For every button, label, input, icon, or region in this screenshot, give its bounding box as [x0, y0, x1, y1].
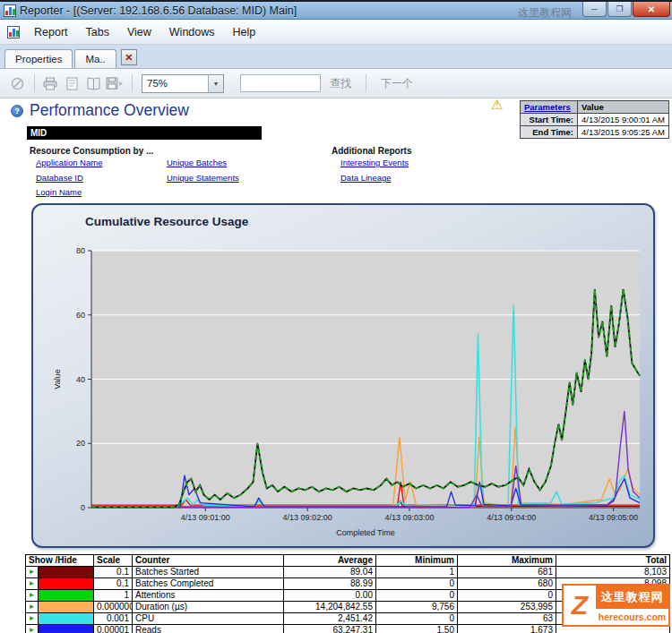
- column-header-minimum: Minimum: [376, 555, 458, 567]
- chevron-down-icon[interactable]: ▼: [208, 75, 223, 92]
- document-icon[interactable]: [7, 26, 20, 38]
- menu-item-tabs[interactable]: Tabs: [77, 22, 118, 42]
- stop-icon[interactable]: [7, 73, 27, 93]
- find-button[interactable]: 查找: [321, 76, 360, 91]
- find-input[interactable]: [240, 74, 321, 92]
- color-swatch: [39, 602, 94, 613]
- cell-average: 0.00: [284, 590, 376, 602]
- cell-scale: 0.0000001: [94, 602, 133, 613]
- cell-counter: Reads: [133, 625, 284, 633]
- color-swatch: [39, 613, 94, 625]
- svg-text:80: 80: [76, 246, 85, 255]
- cell-scale: 0.001: [94, 613, 133, 625]
- cell-scale: 0.1: [94, 578, 133, 590]
- column-header-total: Total: [556, 555, 670, 567]
- link-login-name[interactable]: Login Name: [36, 187, 102, 197]
- parameter-value: 4/13/2015 9:05:25 AM: [578, 126, 669, 139]
- page-setup-icon[interactable]: [62, 73, 82, 93]
- export-icon[interactable]: [105, 73, 125, 93]
- watermark-en-text: herecours.com: [596, 609, 668, 625]
- cell-average: 88.99: [284, 578, 376, 590]
- additional-section-title: Additional Reports: [332, 146, 411, 156]
- menu-item-report[interactable]: Report: [25, 22, 77, 42]
- menu-item-view[interactable]: View: [118, 22, 160, 42]
- show-hide-toggle[interactable]: ►: [26, 590, 39, 602]
- menu-item-help[interactable]: Help: [224, 22, 265, 42]
- show-hide-toggle[interactable]: ►: [26, 567, 39, 578]
- titlebar-watermark-text: 这里教程网: [518, 5, 572, 21]
- show-hide-toggle[interactable]: ►: [26, 613, 39, 625]
- svg-text:20: 20: [76, 439, 85, 448]
- show-hide-toggle[interactable]: ►: [26, 602, 39, 613]
- tab-main[interactable]: Ma..: [74, 49, 116, 68]
- warning-icon: ⚠: [491, 98, 503, 113]
- color-swatch: [39, 567, 94, 578]
- app-icon: [4, 4, 16, 17]
- cell-counter: Batches Started: [133, 567, 284, 578]
- close-icon: ✕: [125, 53, 133, 63]
- column-header-scale: Scale: [94, 555, 133, 567]
- chart-title: Cumulative Resource Usage: [85, 215, 248, 228]
- link-unique-batches[interactable]: Unique Batches: [167, 158, 239, 167]
- site-watermark: Z 这里教程网 herecours.com: [562, 584, 670, 627]
- link-application-name[interactable]: Application Name: [36, 158, 102, 167]
- parameter-label: Start Time:: [521, 114, 578, 126]
- help-icon[interactable]: ?: [11, 105, 23, 117]
- cell-maximum: 681: [458, 567, 556, 578]
- toolbar-separator: [34, 74, 35, 92]
- svg-text:0: 0: [81, 503, 85, 512]
- additional-links: Interesting EventsData Lineage: [340, 158, 409, 187]
- cell-maximum: 0: [458, 590, 556, 602]
- cell-minimum: 0: [376, 590, 458, 602]
- link-data-lineage[interactable]: Data Lineage: [340, 173, 409, 183]
- parameter-row: End Time:4/13/2015 9:05:25 AM: [521, 126, 669, 139]
- cell-average: 2,451.42: [284, 613, 376, 625]
- tab-properties[interactable]: Properties: [4, 49, 73, 68]
- color-swatch: [39, 578, 94, 590]
- cell-average: 89.04: [284, 567, 376, 578]
- cell-scale: 1: [94, 590, 133, 602]
- parameter-row: Start Time:4/13/2015 9:00:01 AM: [521, 114, 669, 126]
- column-header-average: Average: [284, 555, 376, 567]
- toolbar-separator: [366, 74, 366, 92]
- link-interesting-events[interactable]: Interesting Events: [340, 158, 409, 167]
- zoom-select[interactable]: 75% ▼: [142, 74, 224, 93]
- resource-links-col2: Unique BatchesUnique Statements: [167, 158, 239, 187]
- cell-maximum: 253,995: [458, 602, 556, 613]
- usage-chart: 0204060804/13 09:01:004/13 09:02:004/13 …: [33, 205, 655, 548]
- menu-item-windows[interactable]: Windows: [160, 22, 224, 42]
- show-hide-toggle[interactable]: ►: [26, 578, 39, 590]
- svg-text:4/13 09:04:00: 4/13 09:04:00: [487, 513, 536, 522]
- cell-maximum: 63: [458, 613, 556, 625]
- tab-strip: Properties Ma.. ✕: [0, 45, 672, 69]
- cell-total: 8,103: [556, 567, 670, 578]
- show-hide-toggle[interactable]: ►: [26, 625, 39, 633]
- maximize-button[interactable]: ❐: [607, 2, 632, 17]
- cell-maximum: 1,673: [458, 625, 556, 633]
- chart-panel: 0204060804/13 09:01:004/13 09:02:004/13 …: [31, 203, 655, 548]
- print-icon[interactable]: [40, 73, 60, 93]
- page-title: Performance Overview: [30, 101, 189, 120]
- minimize-button[interactable]: ─: [582, 2, 607, 17]
- parameter-label: End Time:: [521, 126, 578, 139]
- tab-close-button[interactable]: ✕: [121, 49, 137, 65]
- close-button[interactable]: ✕: [633, 2, 670, 17]
- svg-text:4/13 09:02:00: 4/13 09:02:00: [283, 513, 332, 522]
- svg-text:40: 40: [76, 375, 85, 384]
- resource-links-col1: Application NameDatabase IDLogin Name: [36, 158, 102, 202]
- color-swatch: [39, 590, 94, 602]
- table-row: ►0.1Batches Started89.0416818,103: [26, 567, 670, 578]
- zoom-value: 75%: [142, 78, 208, 89]
- window-title: Reporter - [(Server: 192.168.6.56 Databa…: [20, 4, 297, 17]
- menu-items: ReportTabsViewWindowsHelp: [25, 22, 264, 42]
- value-header: Value: [578, 101, 669, 114]
- parameters-header-link[interactable]: Parameters: [521, 101, 578, 114]
- print-layout-icon[interactable]: [83, 73, 103, 93]
- link-unique-statements[interactable]: Unique Statements: [167, 173, 239, 183]
- cell-minimum: 9,756: [376, 602, 458, 613]
- cell-minimum: 1.50: [376, 625, 458, 633]
- find-next-button[interactable]: 下一个: [372, 76, 422, 91]
- parameter-value: 4/13/2015 9:00:01 AM: [578, 114, 669, 126]
- cell-counter: CPU: [133, 613, 284, 625]
- link-database-id[interactable]: Database ID: [36, 173, 102, 183]
